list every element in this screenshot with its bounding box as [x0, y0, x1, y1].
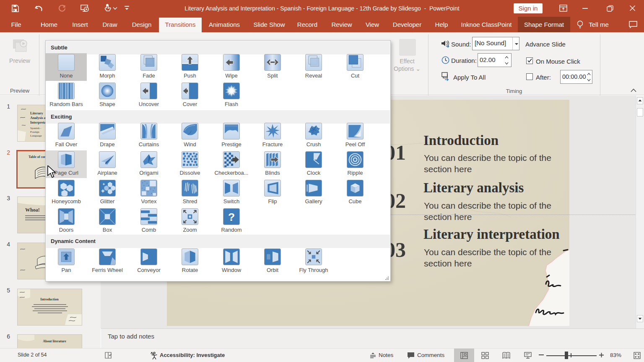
svg-text:Introduction: Introduction	[40, 297, 59, 301]
svg-text:Foreign: Foreign	[30, 130, 39, 134]
svg-text:Language: Language	[30, 134, 42, 137]
svg-text:Whoa!: Whoa!	[25, 207, 40, 213]
svg-text:?: ?	[228, 211, 235, 223]
svg-text:Spanish -: Spanish -	[30, 127, 42, 130]
svg-text:Literary: Literary	[30, 111, 43, 115]
svg-text:About literature: About literature	[43, 339, 66, 343]
